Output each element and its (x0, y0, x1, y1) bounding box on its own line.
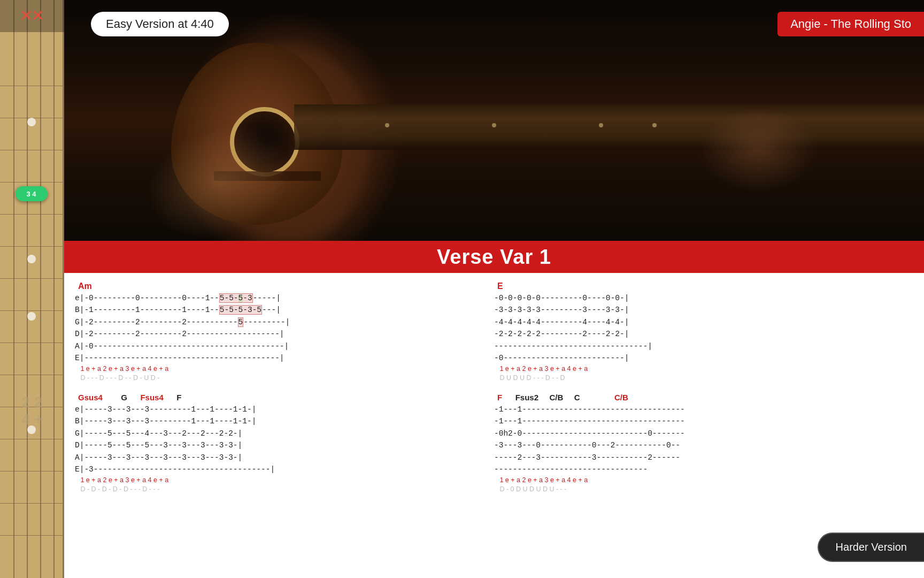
gsus4-e-low-string: E|-3------------------------------------… (75, 463, 494, 475)
e-tab-lines: -0-0-0-0-0---------0----0-0-| -3-3-3-3-3… (494, 292, 913, 364)
e-e-low-string: -0--------------------------| (494, 352, 913, 364)
am-label: Am (78, 282, 92, 291)
f-label-left: F (176, 393, 181, 402)
am-d-string: D|-2---------2---------2----------------… (75, 328, 494, 340)
x-symbol: ✕✕ (20, 6, 43, 26)
sidebar-dot-1 (27, 118, 36, 126)
fsus4-label: Fsus4 (140, 393, 163, 402)
gsus4-label: Gsus4 (78, 393, 103, 402)
corner-numbers: 2 24 + (0, 394, 64, 428)
am-b-string: B|-1---------1---------1----1--5-5-5-3-5… (75, 304, 494, 316)
tab-e-section: E -0-0-0-0-0---------0----0-0-| -3-3-3-3… (494, 282, 913, 383)
sidebar-dot-4 (27, 312, 36, 321)
f-d-string: -3---3---0-----------0---2-----------0-- (494, 439, 913, 451)
tab-row-2: Gsus4 G Fsus4 F e|-----3---3---3--------… (75, 393, 913, 495)
gsus4-strum-row: D - D - D - D - D - - - D - - - (75, 485, 494, 495)
c-label: C (574, 393, 580, 402)
e-b-string: -3-3-3-3-3---------3----3-3-| (494, 304, 913, 316)
am-beat-row: 1 e + a 2 e + a 3 e + a 4 e + a (75, 364, 494, 374)
e-chord-label: E (494, 282, 913, 291)
f-chord-labels: F Fsus2 C/B C C/B (494, 393, 913, 402)
e-e-string: -0-0-0-0-0---------0----0-0-| (494, 292, 913, 304)
f-g-string: -0h2-0---------------------------0------… (494, 428, 913, 439)
gsus4-g-string: G|-----5---5---4---3---2---2---2-2-| (75, 428, 494, 439)
tab-am-section: Am e|-0---------0---------0----1--5-5-5-… (75, 282, 494, 383)
gsus4-b-string: B|-----3---3---3---------1---1----1-1-| (75, 415, 494, 427)
fsus2-label: Fsus2 (515, 393, 538, 402)
f-e-low-string: --------------------------------- (494, 463, 913, 475)
sidebar-dot-3 (27, 255, 36, 263)
f-label: F (497, 393, 502, 402)
am-e-low-string: E|--------------------------------------… (75, 352, 494, 364)
e-strum-row: D U D U D - - - D - - D (494, 374, 913, 383)
f-b-string: -1---1----------------------------------… (494, 415, 913, 427)
e-d-string: -2-2-2-2-2---------2----2-2-| (494, 328, 913, 340)
angie-text: Angie - The Rolling Sto (790, 17, 911, 31)
gsus4-d-string: D|-----5---5---5---3---3---3---3-3-| (75, 439, 494, 451)
gsus4-a-string: A|-----3---3---3---3---3---3---3-3-| (75, 452, 494, 463)
sidebar: ✕✕ 3 4 2 24 + (0, 0, 64, 578)
e-beat-row: 1 e + a 2 e + a 3 e + a 4 e + a (494, 364, 913, 374)
section-bar: Verse Var 1 (64, 241, 924, 273)
tab-area: Am e|-0---------0---------0----1--5-5-5-… (64, 273, 924, 578)
f-e-string: -1---1----------------------------------… (494, 404, 913, 415)
cb-label-1: C/B (549, 393, 563, 402)
harder-version-label: Harder Version (836, 541, 907, 553)
am-e-string: e|-0---------0---------0----1--5-5-5-3--… (75, 292, 494, 304)
f-beat-row: 1 e + a 2 e + a 3 e + a 4 e + a (494, 476, 913, 485)
angie-badge: Angie - The Rolling Sto (777, 12, 924, 36)
e-g-string: -4-4-4-4-4---------4----4-4-| (494, 316, 913, 328)
tab-f-section: F Fsus2 C/B C C/B -1---1----------------… (494, 393, 913, 495)
gsus4-tab-lines: e|-----3---3---3---------1---1----1-1-| … (75, 404, 494, 476)
gsus4-beat-row: 1 e + a 2 e + a 3 e + a 4 e + a (75, 476, 494, 485)
easy-version-badge: Easy Version at 4:40 (91, 12, 229, 36)
gsus4-chord-labels: Gsus4 G Fsus4 F (75, 393, 494, 402)
f-tab-lines: -1---1----------------------------------… (494, 404, 913, 476)
f-a-string: -----2---3-----------3-----------2------ (494, 452, 913, 463)
g-label: G (121, 393, 127, 402)
fret-position-marker: 3 4 (16, 186, 48, 201)
easy-version-text: Easy Version at 4:40 (106, 17, 214, 31)
am-g-string: G|-2---------2---------2-----------5----… (75, 316, 494, 328)
tab-row-1: Am e|-0---------0---------0----1--5-5-5-… (75, 282, 913, 383)
tab-gsus4-section: Gsus4 G Fsus4 F e|-----3---3---3--------… (75, 393, 494, 495)
am-a-string: A|-0------------------------------------… (75, 340, 494, 352)
am-tab-lines: e|-0---------0---------0----1--5-5-5-3--… (75, 292, 494, 364)
section-title: Verse Var 1 (437, 246, 551, 269)
f-strum-row: D - 0 D U D U D U - - - (494, 485, 913, 495)
x-marks-area: ✕✕ (0, 0, 64, 32)
am-strum-row: D - - - D - - - D - - D - U D - (75, 374, 494, 383)
e-label: E (497, 282, 503, 291)
e-a-string: ---------------------------------| (494, 340, 913, 352)
cb-label-2: C/B (614, 393, 628, 402)
am-chord-label: Am (75, 282, 494, 291)
gsus4-e-string: e|-----3---3---3---------1---1----1-1-| (75, 404, 494, 415)
harder-version-button[interactable]: Harder Version (818, 533, 924, 562)
fret-numbers: 3 4 (26, 190, 36, 198)
